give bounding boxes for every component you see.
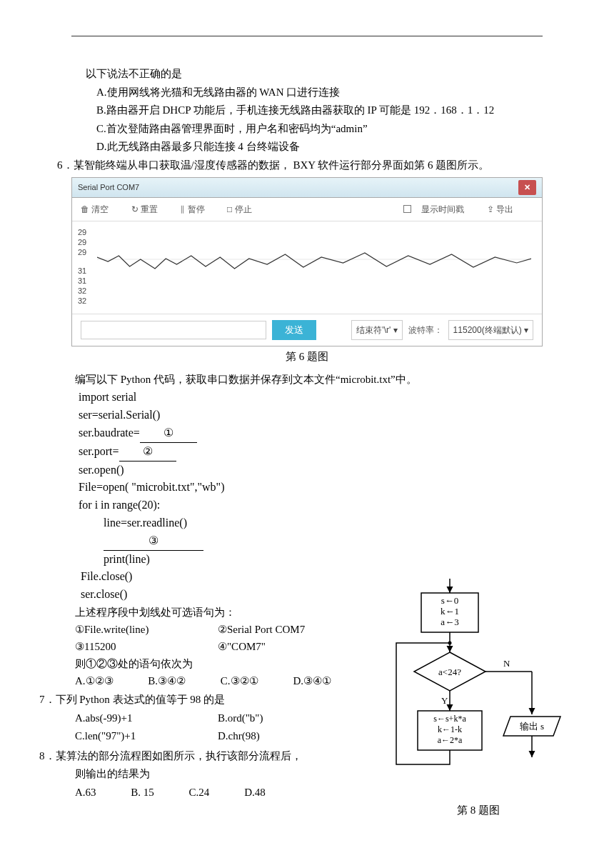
q6-optD: D.③④① <box>293 672 331 689</box>
svg-text:s←s+k*a: s←s+k*a <box>433 714 466 724</box>
send-button[interactable]: 发送 <box>272 320 316 340</box>
serial-send-input[interactable] <box>81 321 266 339</box>
q8-stem1: 某算法的部分流程图如图所示，执行该部分流程后， <box>56 750 302 762</box>
q6-caption: 第 6 题图 <box>36 348 578 366</box>
q6-num: 6． <box>57 159 74 171</box>
svg-text:s←0: s←0 <box>441 595 459 606</box>
code-line: File.close() <box>81 568 371 586</box>
code-line: line=ser.readline() <box>79 514 578 532</box>
q6-optA: A.①②③ <box>75 672 114 689</box>
code-line: ser.port=② <box>79 443 578 462</box>
q5-optB: B.路由器开启 DHCP 功能后，手机连接无线路由器获取的 IP 可能是 192… <box>36 101 578 120</box>
baud-select[interactable]: 115200(终端默认) ▾ <box>448 320 533 340</box>
clear-button[interactable]: 🗑 清空 <box>81 204 119 214</box>
stop-button[interactable]: □ 停止 <box>227 204 262 214</box>
q5-optA: A.使用网线将光猫和无线路由器的 WAN 口进行连接 <box>36 84 578 102</box>
q6-c1: ①File.write(line) <box>75 621 218 638</box>
q8-optB: B. 15 <box>131 784 154 802</box>
y-label: 29 <box>78 237 86 247</box>
q6-para: 编写以下 Python 代码，获取串口数据并保存到文本文件“microbit.t… <box>36 371 578 389</box>
q5-optD: D.此无线路由器最多只能连接 4 台终端设备 <box>36 138 578 156</box>
code-line: ser=serial.Serial() <box>79 406 578 424</box>
y-label: 31 <box>78 266 86 276</box>
q5-stem-cont: 以下说法不正确的是 <box>36 65 578 84</box>
code-line: ser.open() <box>79 462 578 479</box>
q7-num: 7． <box>39 694 56 705</box>
q6-c3: ③115200 <box>75 638 218 655</box>
q8-num: 8． <box>39 750 56 762</box>
show-timestamp-checkbox[interactable]: 显示时间戳 <box>403 204 474 214</box>
code-line: ③ <box>79 532 578 551</box>
blank-2: ② <box>119 443 176 462</box>
y-label: 32 <box>78 296 86 306</box>
q6-stem: 某智能终端从串口获取温/湿度传感器的数据， BXY 软件运行部分界面如第 6 题… <box>74 159 490 171</box>
serial-chart: 29 29 29 31 31 32 32 <box>72 221 542 314</box>
q6-c4: ④"COM7" <box>218 638 266 655</box>
y-label: 31 <box>78 276 86 286</box>
svg-text:a←3: a←3 <box>441 617 458 627</box>
q7-optB: B.ord("b") <box>218 709 263 728</box>
flowchart: s←0 k←1 a←3 a<24? Y s←s+k*a k←1-k a←2*a <box>378 575 564 796</box>
reset-button[interactable]: ↻ 重置 <box>131 204 168 214</box>
svg-text:N: N <box>503 658 510 669</box>
q8-optC: C.24 <box>189 784 210 802</box>
svg-text:k←1: k←1 <box>441 606 459 617</box>
q6-ask: 则①②③处的语句依次为 <box>75 655 371 672</box>
serial-port-window: Serial Port COM7 ✕ 🗑 清空 ↻ 重置 ‖ 暂停 □ 停止 显… <box>71 177 543 346</box>
export-button[interactable]: ⇪ 导出 <box>487 204 523 214</box>
code-line: File=open( "microbit.txt","wb") <box>79 479 578 497</box>
svg-text:k←1-k: k←1-k <box>438 724 462 734</box>
q7-stem: 下列 Python 表达式的值等于 98 的是 <box>56 694 226 705</box>
y-label: 29 <box>78 247 86 257</box>
q5-optC: C.首次登陆路由器管理界面时，用户名和密码均为“admin” <box>36 120 578 139</box>
q8-optD: D.48 <box>244 784 266 802</box>
code-line: print(line) <box>79 551 578 569</box>
blank-1: ① <box>140 424 197 443</box>
q6-c2: ②Serial Port COM7 <box>218 621 305 638</box>
q7-optA: A.abs(-99)+1 <box>75 709 218 728</box>
y-label: 32 <box>78 286 86 296</box>
svg-text:输出 s: 输出 s <box>520 721 544 732</box>
q7-optD: D.chr(98) <box>218 727 260 746</box>
q6-choices-intro: 上述程序段中划线处可选语句为： <box>75 604 371 621</box>
q7-optC: C.len("97")+1 <box>75 727 218 746</box>
code-line: for i in range(20): <box>79 497 578 514</box>
svg-text:a<24?: a<24? <box>438 667 461 677</box>
code-line: import serial <box>79 389 578 406</box>
q8-optA: A.63 <box>75 784 96 802</box>
q6-code: import serial ser=serial.Serial() ser.ba… <box>36 389 578 568</box>
code-line: ser.baudrate=① <box>79 424 578 443</box>
q8-stem2: 则输出的结果为 <box>36 765 371 784</box>
q6-optB: B.③④② <box>148 672 186 689</box>
code-line: ser.close() <box>81 586 371 604</box>
q8-caption: 第 8 题图 <box>378 802 578 820</box>
blank-3: ③ <box>104 532 203 551</box>
y-label: 29 <box>78 227 86 237</box>
window-title: Serial Port COM7 <box>78 181 139 194</box>
svg-text:Y: Y <box>441 695 448 706</box>
page-rule <box>71 36 543 36</box>
line-ending-select[interactable]: 结束符'\r' ▾ <box>351 320 402 340</box>
pause-button[interactable]: ‖ 暂停 <box>180 204 214 214</box>
baud-label: 波特率： <box>408 323 443 337</box>
q6-optC: C.③②① <box>221 672 258 689</box>
svg-text:a←2*a: a←2*a <box>438 735 463 745</box>
window-close-icon[interactable]: ✕ <box>518 180 536 195</box>
